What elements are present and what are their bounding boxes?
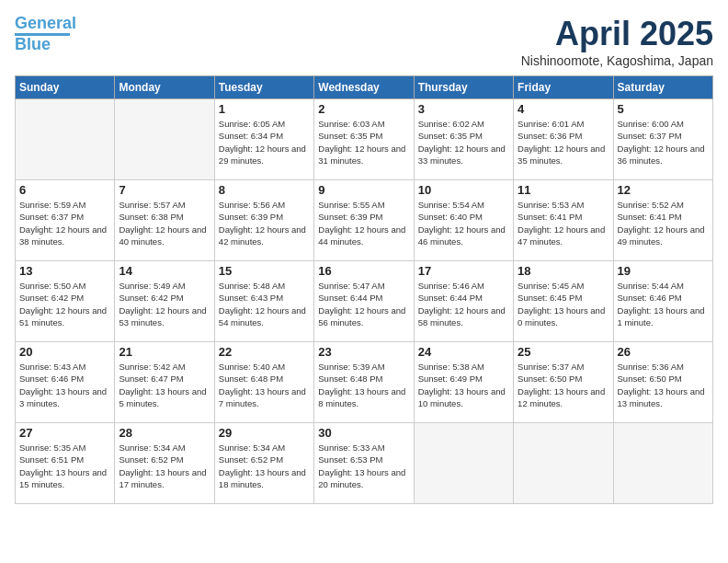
weekday-header: Sunday <box>16 76 115 99</box>
calendar-cell: 24Sunrise: 5:38 AM Sunset: 6:49 PM Dayli… <box>414 342 513 423</box>
day-info: Sunrise: 6:02 AM Sunset: 6:35 PM Dayligh… <box>418 118 509 167</box>
weekday-header: Friday <box>514 76 613 99</box>
day-info: Sunrise: 5:40 AM Sunset: 6:48 PM Dayligh… <box>219 361 310 409</box>
weekday-header: Thursday <box>414 76 513 99</box>
day-info: Sunrise: 5:37 AM Sunset: 6:50 PM Dayligh… <box>518 361 609 409</box>
calendar-cell: 17Sunrise: 5:46 AM Sunset: 6:44 PM Dayli… <box>414 261 513 342</box>
calendar-cell: 2Sunrise: 6:03 AM Sunset: 6:35 PM Daylig… <box>314 99 414 180</box>
calendar-cell: 1Sunrise: 6:05 AM Sunset: 6:34 PM Daylig… <box>214 99 313 180</box>
calendar-cell: 26Sunrise: 5:36 AM Sunset: 6:50 PM Dayli… <box>613 342 712 423</box>
day-number: 12 <box>618 183 709 197</box>
calendar-cell: 12Sunrise: 5:52 AM Sunset: 6:41 PM Dayli… <box>613 180 712 261</box>
day-info: Sunrise: 5:52 AM Sunset: 6:41 PM Dayligh… <box>618 199 709 247</box>
day-number: 30 <box>318 426 409 440</box>
calendar-week-row: 1Sunrise: 6:05 AM Sunset: 6:34 PM Daylig… <box>16 99 713 180</box>
day-info: Sunrise: 5:43 AM Sunset: 6:46 PM Dayligh… <box>19 361 110 409</box>
calendar-week-row: 27Sunrise: 5:35 AM Sunset: 6:51 PM Dayli… <box>16 423 713 504</box>
calendar-cell: 18Sunrise: 5:45 AM Sunset: 6:45 PM Dayli… <box>514 261 613 342</box>
calendar-cell: 28Sunrise: 5:34 AM Sunset: 6:52 PM Dayli… <box>115 423 214 504</box>
day-info: Sunrise: 5:36 AM Sunset: 6:50 PM Dayligh… <box>618 361 709 409</box>
day-number: 2 <box>318 102 409 116</box>
day-number: 17 <box>418 264 509 278</box>
logo: General Blue <box>15 15 76 52</box>
day-number: 25 <box>518 345 609 359</box>
weekday-header-row: SundayMondayTuesdayWednesdayThursdayFrid… <box>16 76 713 99</box>
calendar-cell <box>115 99 214 180</box>
calendar-cell: 15Sunrise: 5:48 AM Sunset: 6:43 PM Dayli… <box>214 261 313 342</box>
day-info: Sunrise: 5:48 AM Sunset: 6:43 PM Dayligh… <box>219 280 310 328</box>
calendar-cell: 16Sunrise: 5:47 AM Sunset: 6:44 PM Dayli… <box>314 261 414 342</box>
logo-general: General <box>15 14 76 32</box>
day-info: Sunrise: 5:54 AM Sunset: 6:40 PM Dayligh… <box>418 199 509 247</box>
day-number: 19 <box>618 264 709 278</box>
calendar-cell: 10Sunrise: 5:54 AM Sunset: 6:40 PM Dayli… <box>414 180 513 261</box>
calendar-cell: 9Sunrise: 5:55 AM Sunset: 6:39 PM Daylig… <box>314 180 414 261</box>
calendar-cell: 11Sunrise: 5:53 AM Sunset: 6:41 PM Dayli… <box>514 180 613 261</box>
day-number: 29 <box>219 426 310 440</box>
day-info: Sunrise: 6:05 AM Sunset: 6:34 PM Dayligh… <box>219 118 310 167</box>
weekday-header: Monday <box>115 76 214 99</box>
day-info: Sunrise: 6:01 AM Sunset: 6:36 PM Dayligh… <box>518 118 609 167</box>
day-number: 1 <box>219 102 310 116</box>
day-number: 4 <box>518 102 609 116</box>
calendar-week-row: 6Sunrise: 5:59 AM Sunset: 6:37 PM Daylig… <box>16 180 713 261</box>
day-number: 7 <box>119 183 210 197</box>
day-number: 5 <box>618 102 709 116</box>
day-info: Sunrise: 5:56 AM Sunset: 6:39 PM Dayligh… <box>219 199 310 247</box>
day-number: 27 <box>19 426 110 440</box>
day-number: 10 <box>418 183 509 197</box>
day-number: 11 <box>518 183 609 197</box>
day-number: 16 <box>318 264 409 278</box>
day-info: Sunrise: 5:34 AM Sunset: 6:52 PM Dayligh… <box>219 442 310 490</box>
calendar-cell: 29Sunrise: 5:34 AM Sunset: 6:52 PM Dayli… <box>214 423 313 504</box>
day-number: 23 <box>318 345 409 359</box>
calendar-cell: 19Sunrise: 5:44 AM Sunset: 6:46 PM Dayli… <box>613 261 712 342</box>
logo-blue: Blue <box>15 35 51 53</box>
calendar-table: SundayMondayTuesdayWednesdayThursdayFrid… <box>15 75 713 504</box>
calendar-cell: 23Sunrise: 5:39 AM Sunset: 6:48 PM Dayli… <box>314 342 414 423</box>
day-info: Sunrise: 5:57 AM Sunset: 6:38 PM Dayligh… <box>119 199 210 247</box>
calendar-cell <box>414 423 513 504</box>
day-number: 9 <box>318 183 409 197</box>
day-info: Sunrise: 5:45 AM Sunset: 6:45 PM Dayligh… <box>518 280 609 328</box>
calendar-cell <box>514 423 613 504</box>
calendar-cell: 3Sunrise: 6:02 AM Sunset: 6:35 PM Daylig… <box>414 99 513 180</box>
day-info: Sunrise: 5:59 AM Sunset: 6:37 PM Dayligh… <box>19 199 110 247</box>
day-info: Sunrise: 5:47 AM Sunset: 6:44 PM Dayligh… <box>318 280 409 328</box>
day-number: 21 <box>119 345 210 359</box>
calendar-week-row: 20Sunrise: 5:43 AM Sunset: 6:46 PM Dayli… <box>16 342 713 423</box>
calendar-cell: 25Sunrise: 5:37 AM Sunset: 6:50 PM Dayli… <box>514 342 613 423</box>
day-number: 26 <box>618 345 709 359</box>
calendar-cell: 4Sunrise: 6:01 AM Sunset: 6:36 PM Daylig… <box>514 99 613 180</box>
weekday-header: Saturday <box>613 76 712 99</box>
day-info: Sunrise: 5:53 AM Sunset: 6:41 PM Dayligh… <box>518 199 609 247</box>
day-number: 8 <box>219 183 310 197</box>
calendar-cell: 20Sunrise: 5:43 AM Sunset: 6:46 PM Dayli… <box>16 342 115 423</box>
day-number: 13 <box>19 264 110 278</box>
day-info: Sunrise: 5:35 AM Sunset: 6:51 PM Dayligh… <box>19 442 110 490</box>
month-title: April 2025 <box>521 15 713 53</box>
day-number: 18 <box>518 264 609 278</box>
day-number: 14 <box>119 264 210 278</box>
day-info: Sunrise: 5:55 AM Sunset: 6:39 PM Dayligh… <box>318 199 409 247</box>
day-info: Sunrise: 5:42 AM Sunset: 6:47 PM Dayligh… <box>119 361 210 409</box>
day-number: 15 <box>219 264 310 278</box>
day-number: 22 <box>219 345 310 359</box>
day-info: Sunrise: 5:49 AM Sunset: 6:42 PM Dayligh… <box>119 280 210 328</box>
calendar-cell: 7Sunrise: 5:57 AM Sunset: 6:38 PM Daylig… <box>115 180 214 261</box>
calendar-cell: 14Sunrise: 5:49 AM Sunset: 6:42 PM Dayli… <box>115 261 214 342</box>
calendar-cell: 8Sunrise: 5:56 AM Sunset: 6:39 PM Daylig… <box>214 180 313 261</box>
day-number: 3 <box>418 102 509 116</box>
calendar-cell: 22Sunrise: 5:40 AM Sunset: 6:48 PM Dayli… <box>214 342 313 423</box>
day-number: 24 <box>418 345 509 359</box>
day-info: Sunrise: 5:44 AM Sunset: 6:46 PM Dayligh… <box>618 280 709 328</box>
day-info: Sunrise: 5:34 AM Sunset: 6:52 PM Dayligh… <box>119 442 210 490</box>
day-info: Sunrise: 5:33 AM Sunset: 6:53 PM Dayligh… <box>318 442 409 490</box>
calendar-cell: 27Sunrise: 5:35 AM Sunset: 6:51 PM Dayli… <box>16 423 115 504</box>
day-info: Sunrise: 6:03 AM Sunset: 6:35 PM Dayligh… <box>318 118 409 167</box>
page-header: General Blue April 2025 Nishinoomote, Ka… <box>15 15 713 68</box>
day-info: Sunrise: 5:50 AM Sunset: 6:42 PM Dayligh… <box>19 280 110 328</box>
calendar-cell <box>16 99 115 180</box>
day-info: Sunrise: 6:00 AM Sunset: 6:37 PM Dayligh… <box>618 118 709 167</box>
weekday-header: Wednesday <box>314 76 414 99</box>
